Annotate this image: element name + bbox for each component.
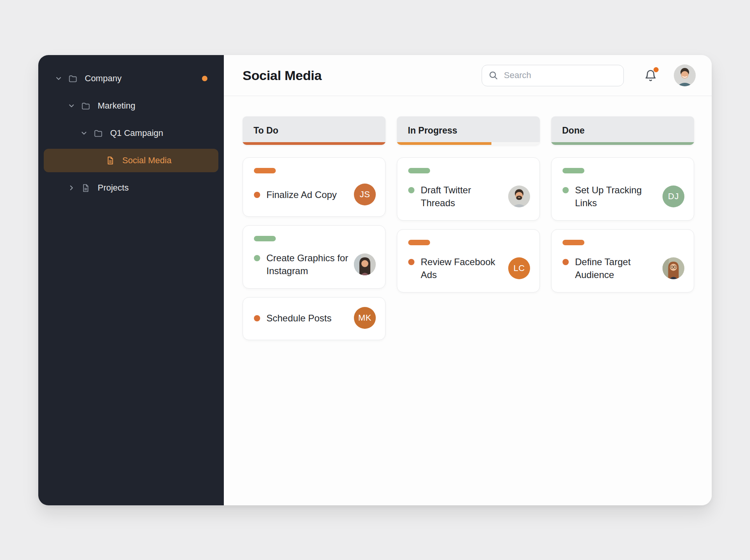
topbar: Social Media	[224, 55, 712, 96]
task-tag	[562, 240, 584, 245]
task-title: Create Graphics for Instagram	[266, 251, 349, 277]
task-title: Draft Twitter Threads	[421, 184, 504, 209]
kanban-board: To Do Finalize Ad Copy JS	[224, 96, 712, 369]
board-column-in-progress: In Progress Draft Twitter Threads	[397, 116, 540, 301]
column-title: To Do	[254, 125, 278, 136]
task-tag	[562, 168, 584, 173]
column-accent-bar	[243, 142, 386, 145]
assignee-avatar: DJ	[662, 185, 684, 207]
notifications-button[interactable]	[643, 68, 657, 83]
status-dot	[562, 187, 569, 193]
task-title: Define Target Audience	[575, 255, 658, 281]
sidebar-item-label: Q1 Campaign	[110, 128, 163, 138]
assignee-initials: JS	[360, 189, 370, 200]
task-card[interactable]: Review Facebook Ads LC	[397, 229, 540, 292]
task-title: Schedule Posts	[266, 312, 332, 325]
avatar-photo-woman-glasses	[662, 257, 684, 279]
assignee-initials: LC	[513, 263, 525, 273]
column-header: To Do	[243, 116, 386, 145]
status-dot	[254, 192, 260, 198]
column-accent-track	[551, 142, 694, 145]
task-card[interactable]: Define Target Audience	[551, 229, 694, 292]
column-title: Done	[562, 125, 585, 136]
assignee-avatar: LC	[508, 257, 530, 279]
assignee-initials: MK	[358, 313, 371, 323]
status-dot	[408, 187, 414, 193]
avatar-photo-woman	[354, 253, 376, 275]
app-window: Company Marketing Q1 Campaign	[38, 55, 712, 505]
column-header: In Progress	[397, 116, 540, 145]
status-dot	[254, 315, 260, 321]
sidebar-item-company[interactable]: Company	[44, 67, 218, 90]
search-input[interactable]	[504, 70, 617, 80]
task-card[interactable]: Finalize Ad Copy JS	[243, 157, 386, 217]
sidebar-item-label: Social Media	[122, 155, 171, 166]
notification-dot	[654, 67, 659, 72]
assignee-avatar	[508, 185, 530, 207]
assignee-avatar	[662, 257, 684, 279]
unread-badge-dot	[202, 76, 207, 81]
assignee-avatar: MK	[354, 307, 376, 329]
task-card[interactable]: Create Graphics for Instagram	[243, 225, 386, 289]
folder-icon	[68, 74, 78, 84]
sidebar-item-q1-campaign[interactable]: Q1 Campaign	[44, 121, 218, 145]
document-icon	[105, 156, 115, 166]
task-card[interactable]: Set Up Tracking Links DJ	[551, 157, 694, 221]
chevron-right-icon[interactable]	[68, 184, 75, 192]
task-tag	[254, 236, 276, 241]
task-tag	[408, 240, 430, 245]
sidebar-item-label: Marketing	[98, 101, 136, 111]
search-icon	[488, 70, 498, 80]
status-dot	[562, 259, 569, 265]
task-title: Finalize Ad Copy	[266, 188, 337, 201]
assignee-avatar: JS	[354, 184, 376, 205]
sidebar-item-marketing[interactable]: Marketing	[44, 94, 218, 118]
task-title: Review Facebook Ads	[421, 255, 504, 281]
task-card[interactable]: Schedule Posts MK	[243, 297, 386, 340]
page-title: Social Media	[243, 68, 321, 83]
column-accent-track	[397, 142, 540, 145]
task-tag	[408, 168, 430, 173]
chevron-down-icon[interactable]	[55, 75, 62, 82]
status-dot	[254, 255, 260, 261]
chevron-down-icon[interactable]	[68, 102, 75, 110]
folder-icon	[81, 101, 91, 111]
column-header: Done	[551, 116, 694, 145]
assignee-initials: DJ	[668, 191, 679, 202]
sidebar: Company Marketing Q1 Campaign	[38, 55, 224, 505]
folder-icon	[93, 128, 103, 138]
task-tag	[254, 168, 276, 173]
avatar-photo-man	[674, 64, 696, 86]
task-title: Set Up Tracking Links	[575, 184, 658, 209]
column-accent-bar	[397, 142, 491, 145]
search-box[interactable]	[482, 65, 624, 86]
user-avatar[interactable]	[674, 64, 696, 86]
sidebar-item-projects[interactable]: Projects	[44, 176, 218, 200]
document-icon	[81, 183, 91, 193]
sidebar-item-social-media-active[interactable]: Social Media	[44, 149, 218, 172]
task-card[interactable]: Draft Twitter Threads	[397, 157, 540, 221]
avatar-photo-man-beard	[508, 185, 530, 207]
board-column-done: Done Set Up Tracking Links DJ	[551, 116, 694, 301]
sidebar-item-label: Company	[85, 73, 121, 84]
board-column-todo: To Do Finalize Ad Copy JS	[243, 116, 386, 349]
sidebar-item-label: Projects	[98, 183, 129, 193]
column-title: In Progress	[408, 125, 457, 136]
main-panel: Social Media	[224, 55, 712, 505]
status-dot	[408, 259, 414, 265]
column-accent-bar	[551, 142, 694, 145]
chevron-down-icon[interactable]	[80, 129, 88, 137]
column-accent-track	[243, 142, 386, 145]
assignee-avatar	[354, 253, 376, 275]
